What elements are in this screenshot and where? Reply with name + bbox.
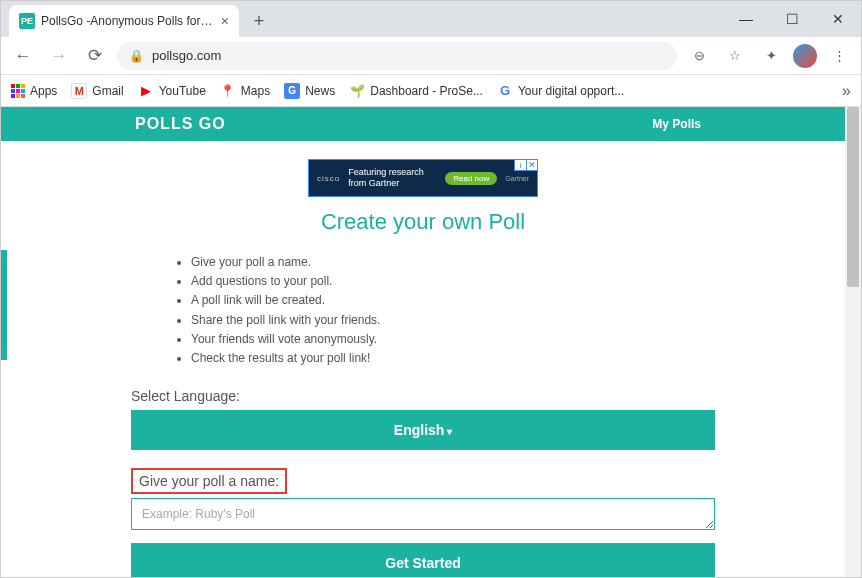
ad-gartner-label: Gartner [505,175,529,182]
ad-brand: cisco [317,174,340,183]
list-item: Share the poll link with your friends. [191,311,715,330]
list-item: A poll link will be created. [191,291,715,310]
instructions-list: Give your poll a name. Add questions to … [179,253,715,368]
ad-line2: from Gartner [348,178,437,189]
maps-label: Maps [241,84,270,98]
ad-close-icon[interactable]: ✕ [526,159,538,171]
address-bar[interactable]: 🔒 pollsgo.com [117,42,677,70]
apps-bookmark[interactable]: Apps [11,84,57,98]
poll-name-input[interactable] [131,498,715,530]
extensions-icon[interactable]: ✦ [757,42,785,70]
news-label: News [305,84,335,98]
list-item: Your friends will vote anonymously. [191,330,715,349]
bookmarks-overflow-icon[interactable]: » [842,82,851,100]
ad-cta-button[interactable]: Read now [445,172,497,185]
ad-text: Featuring research from Gartner [348,167,437,189]
gmail-bookmark[interactable]: Gmail [71,83,123,99]
youtube-bookmark[interactable]: YouTube [138,83,206,99]
bookmarks-bar: Apps Gmail YouTube Maps News Dashboard -… [1,75,861,107]
minimize-button[interactable]: — [723,1,769,37]
list-item: Add questions to your poll. [191,272,715,291]
digital-bookmark[interactable]: Your digital opport... [497,83,624,99]
poll-name-label: Give your poll a name: [139,473,279,489]
back-button[interactable]: ← [9,42,37,70]
main-content: cisco Featuring research from Gartner Re… [1,141,845,578]
apps-label: Apps [30,84,57,98]
my-polls-link[interactable]: My Polls [652,117,701,131]
get-started-button[interactable]: Get Started [131,543,715,578]
name-label-highlight: Give your poll a name: [131,468,287,494]
youtube-icon [138,83,154,99]
dashboard-bookmark[interactable]: Dashboard - ProSe... [349,83,483,99]
window-controls: — ☐ ✕ [723,1,861,37]
window-titlebar: PE PollsGo -Anonymous Polls for W… × + —… [1,1,861,37]
site-header: POLLS GO My Polls [1,107,845,141]
url-text: pollsgo.com [152,48,221,63]
ad-banner[interactable]: cisco Featuring research from Gartner Re… [308,159,538,197]
page-viewport: POLLS GO My Polls cisco Featuring resear… [1,107,861,578]
maps-icon [220,83,236,99]
ad-info-icon[interactable]: i [514,159,526,171]
news-bookmark[interactable]: News [284,83,335,99]
apps-icon [11,84,25,98]
reload-button[interactable]: ⟳ [81,42,109,70]
menu-icon[interactable]: ⋮ [825,42,853,70]
maximize-button[interactable]: ☐ [769,1,815,37]
zoom-icon[interactable]: ⊖ [685,42,713,70]
google-icon [497,83,513,99]
forward-button[interactable]: → [45,42,73,70]
favicon-icon: PE [19,13,35,29]
gmail-label: Gmail [92,84,123,98]
close-tab-icon[interactable]: × [221,13,229,29]
scrollbar[interactable] [845,107,861,578]
profile-avatar[interactable] [793,44,817,68]
gmail-icon [71,83,87,99]
dashboard-label: Dashboard - ProSe... [370,84,483,98]
maps-bookmark[interactable]: Maps [220,83,270,99]
ad-line1: Featuring research [348,167,437,178]
list-item: Give your poll a name. [191,253,715,272]
language-label: Select Language: [131,388,715,404]
star-icon[interactable]: ☆ [721,42,749,70]
youtube-label: YouTube [159,84,206,98]
site-logo[interactable]: POLLS GO [135,115,226,133]
dashboard-icon [349,83,365,99]
side-accent [1,250,7,360]
browser-tab[interactable]: PE PollsGo -Anonymous Polls for W… × [9,5,239,37]
close-window-button[interactable]: ✕ [815,1,861,37]
lock-icon: 🔒 [129,49,144,63]
digital-label: Your digital opport... [518,84,624,98]
page-title: Create your own Poll [131,209,715,235]
news-icon [284,83,300,99]
scrollbar-thumb[interactable] [847,107,859,287]
tab-title: PollsGo -Anonymous Polls for W… [41,14,215,28]
browser-toolbar: ← → ⟳ 🔒 pollsgo.com ⊖ ☆ ✦ ⋮ [1,37,861,75]
language-dropdown[interactable]: English [131,410,715,450]
new-tab-button[interactable]: + [245,7,273,35]
list-item: Check the results at your poll link! [191,349,715,368]
